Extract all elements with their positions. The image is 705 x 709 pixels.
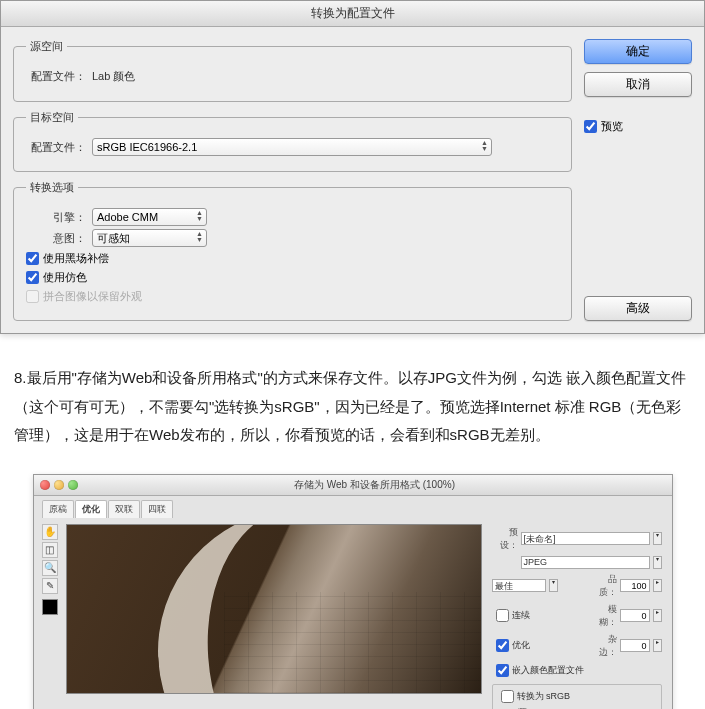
optimized-label: 优化 (512, 639, 530, 652)
tab-original[interactable]: 原稿 (42, 500, 74, 518)
flatten-checkbox (26, 290, 39, 303)
intent-label: 意图： (26, 231, 86, 246)
source-profile-value: Lab 颜色 (92, 67, 135, 86)
engine-select[interactable]: Adobe CMM (92, 208, 207, 226)
srgb-fieldset: 转换为 sRGB 预览： Internet 标准 RGB（无色彩管理） ▾ 元数… (492, 684, 662, 710)
progressive-checkbox[interactable] (496, 609, 509, 622)
dither-checkbox[interactable] (26, 271, 39, 284)
preview-label: 预览 (601, 119, 623, 134)
convert-srgb-checkbox[interactable] (501, 690, 514, 703)
eyedropper-tool-icon[interactable]: ✎ (42, 578, 58, 594)
tool-strip: ✋ ◫ 🔍 ✎ (40, 524, 60, 710)
quality-input[interactable] (620, 579, 650, 592)
format-menu-icon[interactable]: ▾ (653, 556, 662, 569)
blackpoint-checkbox[interactable] (26, 252, 39, 265)
matte-input[interactable] (620, 639, 650, 652)
source-space-legend: 源空间 (26, 39, 67, 54)
preview-mode-label: 预览： (501, 706, 527, 710)
dest-profile-select[interactable]: sRGB IEC61966-2.1 (92, 138, 492, 156)
dither-label: 使用仿色 (43, 270, 87, 285)
advanced-button[interactable]: 高级 (584, 296, 692, 321)
blur-label: 模糊： (591, 603, 617, 629)
blackpoint-label: 使用黑场补偿 (43, 251, 109, 266)
format-select[interactable]: JPEG (521, 556, 650, 569)
optimized-checkbox[interactable] (496, 639, 509, 652)
dialog2-title: 存储为 Web 和设备所用格式 (100%) (84, 478, 666, 492)
convert-to-profile-dialog: 转换为配置文件 源空间 配置文件： Lab 颜色 目标空间 配置文件： sRGB… (0, 0, 705, 334)
preview-content (224, 592, 481, 693)
source-profile-label: 配置文件： (26, 69, 86, 84)
settings-panel: 预设： [未命名] ▾ JPEG ▾ 最佳 ▾ 品质： ▸ 连续 (488, 524, 666, 710)
quality-mode-select[interactable]: 最佳 (492, 579, 546, 592)
preset-label: 预设： (492, 526, 518, 552)
embed-profile-checkbox[interactable] (496, 664, 509, 677)
destination-space-legend: 目标空间 (26, 110, 78, 125)
source-space-fieldset: 源空间 配置文件： Lab 颜色 (13, 39, 572, 102)
destination-space-fieldset: 目标空间 配置文件： sRGB IEC61966-2.1 ▲▼ (13, 110, 572, 172)
save-for-web-dialog: 存储为 Web 和设备所用格式 (100%) 原稿 优化 双联 四联 ✋ ◫ 🔍… (33, 474, 673, 710)
blur-stepper[interactable]: ▸ (653, 609, 662, 622)
matte-stepper[interactable]: ▸ (653, 639, 662, 652)
tab-2up[interactable]: 双联 (108, 500, 140, 518)
quality-mode-menu-icon[interactable]: ▾ (549, 579, 558, 592)
progressive-label: 连续 (512, 609, 530, 622)
zoom-icon[interactable] (68, 480, 78, 490)
close-icon[interactable] (40, 480, 50, 490)
quality-stepper[interactable]: ▸ (653, 579, 662, 592)
slice-tool-icon[interactable]: ◫ (42, 542, 58, 558)
preview-checkbox[interactable] (584, 120, 597, 133)
image-preview[interactable] (66, 524, 482, 694)
tab-optimized[interactable]: 优化 (75, 500, 107, 518)
window-controls (40, 480, 78, 490)
article-paragraph: 8.最后用"存储为Web和设备所用格式"的方式来保存文件。以存JPG文件为例，勾… (0, 334, 705, 474)
hand-tool-icon[interactable]: ✋ (42, 524, 58, 540)
cancel-button[interactable]: 取消 (584, 72, 692, 97)
preset-select[interactable]: [未命名] (521, 532, 650, 545)
embed-profile-label: 嵌入颜色配置文件 (512, 664, 584, 677)
conversion-options-fieldset: 转换选项 引擎： Adobe CMM ▲▼ 意图： 可感知 (13, 180, 572, 321)
engine-label: 引擎： (26, 210, 86, 225)
foreground-swatch[interactable] (42, 599, 58, 615)
quality-label: 品质： (591, 573, 617, 599)
ok-button[interactable]: 确定 (584, 39, 692, 64)
view-tabs: 原稿 优化 双联 四联 (34, 496, 672, 518)
intent-select[interactable]: 可感知 (92, 229, 207, 247)
flatten-label: 拼合图像以保留外观 (43, 289, 142, 304)
dialog-title: 转换为配置文件 (1, 1, 704, 27)
minimize-icon[interactable] (54, 480, 64, 490)
tab-4up[interactable]: 四联 (141, 500, 173, 518)
preset-menu-icon[interactable]: ▾ (653, 532, 662, 545)
matte-label: 杂边： (591, 633, 617, 659)
convert-srgb-label: 转换为 sRGB (517, 690, 571, 703)
dest-profile-label: 配置文件： (26, 140, 86, 155)
zoom-tool-icon[interactable]: 🔍 (42, 560, 58, 576)
blur-input[interactable] (620, 609, 650, 622)
conversion-options-legend: 转换选项 (26, 180, 78, 195)
